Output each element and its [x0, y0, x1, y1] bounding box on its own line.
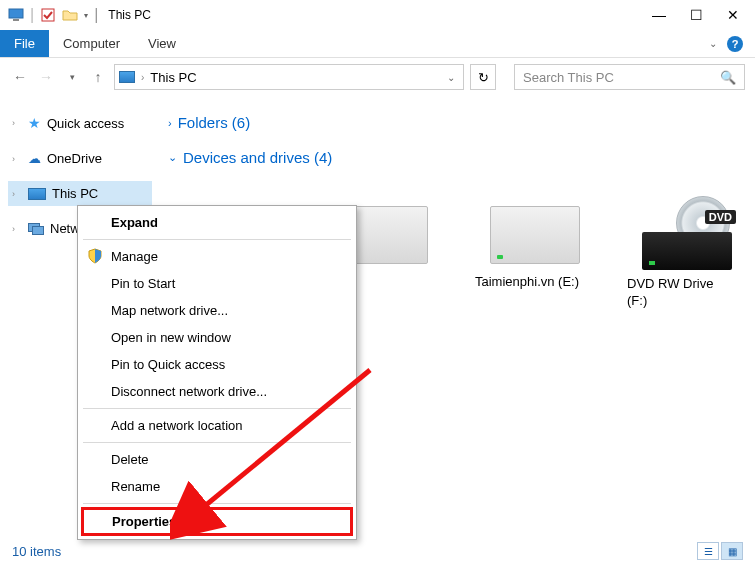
close-button[interactable]: ✕: [727, 7, 739, 23]
drive-e[interactable]: Taimienphi.vn (E:): [475, 206, 595, 310]
svg-rect-0: [9, 9, 23, 18]
window-title: This PC: [108, 8, 151, 22]
star-icon: ★: [28, 115, 41, 131]
properties-qat-icon[interactable]: [40, 7, 56, 23]
dvd-badge: DVD: [705, 210, 736, 224]
drive-label: DVD RW Drive (F:): [627, 276, 747, 310]
expand-icon[interactable]: ›: [12, 189, 22, 199]
forward-button[interactable]: →: [36, 69, 56, 85]
search-placeholder: Search This PC: [523, 70, 614, 85]
section-label: Folders (6): [178, 114, 251, 131]
chevron-down-icon: ⌄: [168, 151, 177, 164]
ctx-separator: [83, 239, 351, 240]
ctx-expand[interactable]: Expand: [81, 209, 353, 236]
view-details-button[interactable]: ☰: [697, 542, 719, 560]
title-separator: |: [94, 6, 98, 24]
section-label: Devices and drives (4): [183, 149, 332, 166]
item-count: 10 items: [12, 544, 61, 559]
ctx-separator: [83, 503, 351, 504]
search-input[interactable]: Search This PC 🔍: [514, 64, 745, 90]
ctx-pin-start[interactable]: Pin to Start: [81, 270, 353, 297]
shield-icon: [87, 248, 103, 264]
sidebar-label: Quick access: [47, 116, 124, 131]
pc-icon: [28, 188, 46, 200]
recent-dropdown-icon[interactable]: ▾: [62, 72, 82, 82]
network-icon: [28, 223, 44, 235]
ctx-separator: [83, 408, 351, 409]
pc-app-icon: [8, 7, 24, 23]
ctx-manage[interactable]: Manage: [81, 243, 353, 270]
context-menu: Expand Manage Pin to Start Map network d…: [77, 205, 357, 540]
section-folders[interactable]: › Folders (6): [168, 108, 747, 143]
pc-icon: [119, 71, 135, 83]
expand-icon[interactable]: ›: [12, 118, 22, 128]
minimize-button[interactable]: —: [652, 7, 666, 23]
sidebar-label: This PC: [52, 186, 98, 201]
expand-icon[interactable]: ›: [12, 224, 22, 234]
svg-rect-1: [13, 19, 19, 21]
dvd-drive-icon: DVD: [642, 206, 732, 270]
help-icon[interactable]: ?: [727, 36, 743, 52]
navigation-bar: ← → ▾ ↑ › This PC ⌄ ↻ Search This PC 🔍: [0, 58, 755, 96]
ctx-add-network-location[interactable]: Add a network location: [81, 412, 353, 439]
sidebar-label: OneDrive: [47, 151, 102, 166]
qat-dropdown-icon[interactable]: ▾: [84, 11, 88, 20]
ribbon-collapse-icon[interactable]: ⌄: [709, 38, 717, 49]
drive-label: Taimienphi.vn (E:): [475, 274, 595, 291]
refresh-button[interactable]: ↻: [470, 64, 496, 90]
sidebar-item-quick-access[interactable]: › ★ Quick access: [8, 110, 152, 136]
ctx-pin-quick-access[interactable]: Pin to Quick access: [81, 351, 353, 378]
up-button[interactable]: ↑: [88, 69, 108, 85]
address-dropdown-icon[interactable]: ⌄: [443, 72, 459, 83]
ctx-rename[interactable]: Rename: [81, 473, 353, 500]
ribbon-tabs: File Computer View ⌄ ?: [0, 30, 755, 58]
status-bar: 10 items ☰ ▦: [0, 539, 755, 563]
ctx-separator: [83, 442, 351, 443]
expand-icon[interactable]: ›: [12, 154, 22, 164]
chevron-right-icon: ›: [141, 72, 144, 83]
search-icon: 🔍: [720, 70, 736, 85]
maximize-button[interactable]: ☐: [690, 7, 703, 23]
back-button[interactable]: ←: [10, 69, 30, 85]
svg-rect-2: [42, 9, 54, 21]
hdd-icon: [490, 206, 580, 264]
folder-qat-icon[interactable]: [62, 7, 78, 23]
tab-file[interactable]: File: [0, 30, 49, 57]
ctx-map-drive[interactable]: Map network drive...: [81, 297, 353, 324]
view-icons-button[interactable]: ▦: [721, 542, 743, 560]
sidebar-item-this-pc[interactable]: › This PC: [8, 181, 152, 206]
sidebar-item-onedrive[interactable]: › ☁ OneDrive: [8, 146, 152, 171]
drive-f-dvd[interactable]: DVD DVD RW Drive (F:): [627, 206, 747, 310]
breadcrumb-this-pc[interactable]: This PC: [150, 70, 196, 85]
tab-computer[interactable]: Computer: [49, 30, 134, 57]
qat-separator: |: [30, 6, 34, 24]
tab-view[interactable]: View: [134, 30, 190, 57]
address-bar[interactable]: › This PC ⌄: [114, 64, 464, 90]
ctx-properties[interactable]: Properties: [81, 507, 353, 536]
ctx-disconnect-drive[interactable]: Disconnect network drive...: [81, 378, 353, 405]
section-devices[interactable]: ⌄ Devices and drives (4): [168, 143, 747, 178]
ctx-delete[interactable]: Delete: [81, 446, 353, 473]
ctx-open-new-window[interactable]: Open in new window: [81, 324, 353, 351]
quick-access-toolbar: | ▾: [8, 6, 88, 24]
chevron-right-icon: ›: [168, 117, 172, 129]
cloud-icon: ☁: [28, 151, 41, 166]
title-bar: | ▾ | This PC — ☐ ✕: [0, 0, 755, 30]
